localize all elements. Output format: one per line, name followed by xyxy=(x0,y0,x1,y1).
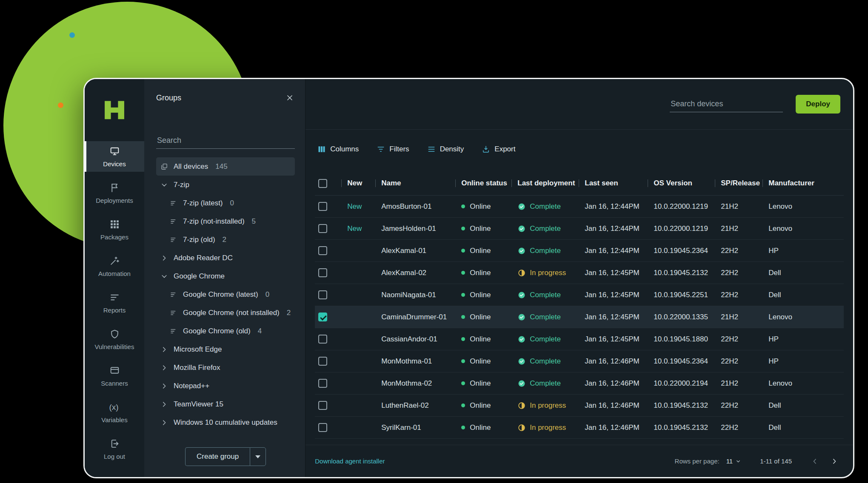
sidebar-item-automation[interactable]: Automation xyxy=(85,251,144,281)
row-checkbox[interactable] xyxy=(318,313,327,321)
online-dot-icon xyxy=(461,403,465,407)
row-checkbox[interactable] xyxy=(318,401,327,410)
deploy-button[interactable]: Deploy xyxy=(796,95,840,114)
device-row[interactable]: AlexKamal-02 Online In progress xyxy=(315,262,844,284)
sidebar-item-deployments[interactable]: Deployments xyxy=(85,178,144,208)
device-row[interactable]: LuthenRael-02 Online In progress xyxy=(315,395,844,417)
last-deployment-cell: In progress xyxy=(511,401,579,410)
os-version-cell: 10.0.19045.2364 xyxy=(648,247,715,255)
last-seen-cell: Jan 16, 12:45PM xyxy=(579,269,648,277)
group-row[interactable]: Windows 10 cumulative updates xyxy=(156,413,295,432)
row-checkbox[interactable] xyxy=(318,246,327,255)
group-row[interactable]: Adobe Reader DC xyxy=(156,249,295,267)
device-name: LuthenRael-02 xyxy=(375,401,455,410)
density-button[interactable]: Density xyxy=(427,145,464,153)
row-checkbox[interactable] xyxy=(318,357,327,366)
group-row[interactable]: Notepad++ xyxy=(156,377,295,395)
row-checkbox[interactable] xyxy=(318,335,327,344)
group-row[interactable]: TeamViewer 15 xyxy=(156,395,295,413)
close-icon[interactable] xyxy=(285,93,295,103)
flag-icon xyxy=(109,182,120,193)
group-row[interactable]: Mozilla Firefox xyxy=(156,358,295,377)
caret-down-icon xyxy=(255,455,260,458)
chevron-icon xyxy=(160,254,168,262)
device-row[interactable]: MonMothma-02 Online Complete xyxy=(315,372,844,395)
sidebar-item-reports[interactable]: Reports xyxy=(85,287,144,318)
decorative-orange-dot xyxy=(58,102,63,108)
filter-lines-icon xyxy=(170,309,177,317)
sidebar-item-devices[interactable]: Devices xyxy=(85,141,144,172)
device-row[interactable]: NaomiNagata-01 Online Complete xyxy=(315,284,844,306)
group-row[interactable]: Microsoft Edge xyxy=(156,340,295,358)
manufacturer-cell: HP xyxy=(762,335,844,344)
group-row[interactable]: 7-zip (latest) 0 xyxy=(156,194,295,212)
group-row[interactable]: Google Chrome (latest) 0 xyxy=(156,285,295,304)
check-circle-icon xyxy=(517,357,526,366)
row-checkbox[interactable] xyxy=(318,202,327,211)
online-status-cell: Online xyxy=(455,423,511,432)
group-row[interactable]: Google Chrome xyxy=(156,267,295,285)
last-deployment-cell: Complete xyxy=(511,202,579,211)
sidebar-item-scanners[interactable]: Scanners xyxy=(85,361,144,391)
device-row[interactable]: MonMothma-01 Online Complete xyxy=(315,350,844,372)
device-row[interactable]: CaminaDrummer-01 Online Complete xyxy=(315,306,844,328)
chevron-icon xyxy=(160,181,168,189)
device-row[interactable]: CassianAndor-01 Online Complete xyxy=(315,328,844,350)
half-circle-icon xyxy=(517,401,526,410)
header-online-status: Online status xyxy=(455,179,511,188)
row-checkbox[interactable] xyxy=(318,379,327,388)
row-checkbox[interactable] xyxy=(318,290,327,299)
group-row[interactable]: 7-zip (old) 2 xyxy=(156,230,295,249)
group-row[interactable]: Google Chrome (not installed) 2 xyxy=(156,304,295,322)
app-window: Devices Deployments Packages Automation xyxy=(83,78,854,478)
row-checkbox[interactable] xyxy=(318,224,327,233)
nav-rail: Devices Deployments Packages Automation xyxy=(85,79,144,477)
columns-button[interactable]: Columns xyxy=(317,145,359,153)
group-search-input[interactable] xyxy=(156,133,295,149)
topbar: Deploy xyxy=(306,79,853,130)
next-page-button[interactable] xyxy=(827,454,842,469)
prev-page-button[interactable] xyxy=(807,454,822,469)
main-content: Deploy Columns Filters Density Export xyxy=(306,79,853,477)
sidebar-item-logout[interactable]: Log out xyxy=(85,434,144,464)
create-group-button[interactable]: Create group xyxy=(185,447,250,466)
header-name: Name xyxy=(375,179,455,188)
os-version-cell: 10.0.19045.2132 xyxy=(648,423,715,432)
download-agent-link[interactable]: Download agent installer xyxy=(315,457,385,465)
export-button[interactable]: Export xyxy=(482,145,515,153)
groups-title: Groups xyxy=(156,94,181,102)
online-status-cell: Online xyxy=(455,313,511,321)
sp-release-cell: 22H2 xyxy=(715,401,762,410)
sidebar-item-packages[interactable]: Packages xyxy=(85,214,144,245)
last-seen-cell: Jan 16, 12:44PM xyxy=(579,224,648,233)
header-new: New xyxy=(341,179,375,188)
chevron-left-icon xyxy=(811,457,819,466)
device-row[interactable]: AlexKamal-01 Online Complete xyxy=(315,240,844,262)
sidebar-item-vulnerabilities[interactable]: Vulnerabilities xyxy=(85,324,144,355)
os-version-cell: 10.0.19045.2251 xyxy=(648,291,715,299)
last-seen-cell: Jan 16, 12:46PM xyxy=(579,423,648,432)
sidebar-item-variables[interactable]: (x) Variables xyxy=(85,397,144,428)
rows-per-page-select[interactable]: 11 xyxy=(724,457,744,465)
device-name: MonMothma-02 xyxy=(375,379,455,388)
device-row[interactable]: New AmosBurton-01 Online Complete xyxy=(315,196,844,218)
group-row[interactable]: 7-zip xyxy=(156,176,295,194)
online-dot-icon xyxy=(461,359,465,363)
create-group-dropdown[interactable] xyxy=(250,447,266,466)
group-row[interactable]: 7-zip (not-installed) 5 xyxy=(156,212,295,230)
filters-button[interactable]: Filters xyxy=(377,145,409,153)
device-row[interactable]: New JamesHolden-01 Online Complete xyxy=(315,218,844,240)
device-row[interactable]: SyrilKarn-01 Online In progress xyxy=(315,417,844,439)
group-row[interactable]: All devices 145 xyxy=(156,157,295,176)
row-checkbox[interactable] xyxy=(318,268,327,277)
online-dot-icon xyxy=(461,271,465,275)
header-manufacturer: Manufacturer xyxy=(762,179,844,188)
group-row[interactable]: Google Chrome (old) 4 xyxy=(156,322,295,340)
row-checkbox[interactable] xyxy=(318,423,327,432)
last-seen-cell: Jan 16, 12:46PM xyxy=(579,401,648,410)
last-deployment-cell: Complete xyxy=(511,291,579,299)
chevron-icon xyxy=(160,401,168,408)
online-status-cell: Online xyxy=(455,357,511,366)
device-search-input[interactable] xyxy=(670,96,783,112)
select-all-checkbox[interactable] xyxy=(318,179,327,188)
